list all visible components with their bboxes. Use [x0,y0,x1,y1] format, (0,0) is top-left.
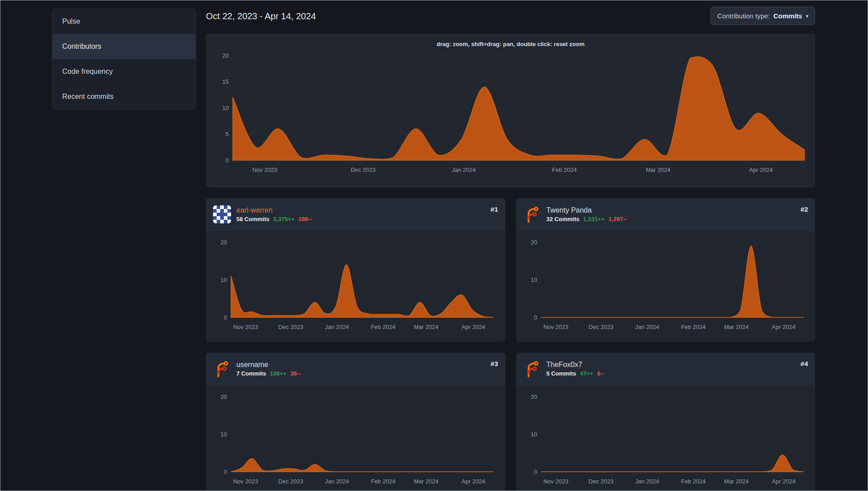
contributor-cards-grid: earl-warren 58 Commits 3,375++ 286-- #1 … [206,198,815,491]
contributor-card-1: earl-warren 58 Commits 3,375++ 286-- #1 … [206,198,505,342]
additions-count: 47++ [580,370,594,377]
contributor-avatar[interactable] [523,360,541,378]
svg-text:Mar 2024: Mar 2024 [724,478,748,485]
contributor-card-header: username 7 Commits 108++ 36-- #3 [206,353,505,385]
contributor-stats: 58 Commits 3,375++ 286-- [236,216,312,222]
rank-badge: #4 [800,360,808,367]
contribution-type-value: Commits [774,12,802,20]
svg-text:10: 10 [221,277,227,283]
contributor-chart-area: 01020Nov 2023Dec 2023Jan 2024Feb 2024Mar… [206,231,505,342]
deletions-count: 36-- [291,370,301,377]
svg-text:Jan 2024: Jan 2024 [325,324,349,330]
svg-text:Feb 2024: Feb 2024 [681,324,706,330]
svg-text:20: 20 [221,239,227,246]
contributor-avatar[interactable] [213,205,231,223]
contributor-stats: 5 Commits 47++ 6-- [547,370,604,377]
svg-text:0: 0 [224,469,227,475]
contributor-identity: username 7 Commits 108++ 36-- [236,361,301,377]
app-window: Pulse Contributors Code frequency Recent… [0,0,868,491]
contributor-stats: 32 Commits 1,531++ 1,297-- [547,216,627,222]
contributor-chart-area: 01020Nov 2023Dec 2023Jan 2024Feb 2024Mar… [516,385,816,491]
svg-text:20: 20 [530,393,537,400]
contributor-chart-area: 01020Nov 2023Dec 2023Jan 2024Feb 2024Mar… [206,385,505,491]
svg-text:Apr 2024: Apr 2024 [772,478,795,485]
svg-text:0: 0 [534,469,537,475]
commit-count: 58 Commits [236,216,269,222]
contributor-card-4: TheFox0x7 5 Commits 47++ 6-- #4 01020Nov… [516,353,816,491]
svg-text:Jan 2024: Jan 2024 [452,167,476,173]
svg-text:Apr 2024: Apr 2024 [462,478,485,485]
additions-count: 3,375++ [273,216,295,222]
svg-text:Nov 2023: Nov 2023 [543,324,568,330]
commit-count: 32 Commits [547,216,580,222]
svg-text:20: 20 [530,239,537,246]
commit-count: 7 Commits [236,370,266,377]
contributor-chart-2[interactable]: 01020Nov 2023Dec 2023Jan 2024Feb 2024Mar… [523,237,808,335]
contributor-avatar[interactable] [213,360,231,378]
svg-text:Feb 2024: Feb 2024 [681,478,706,485]
contributor-identity: Twenty Panda 32 Commits 1,531++ 1,297-- [547,206,627,222]
contribution-type-dropdown[interactable]: Contribution type: Commits ▾ [710,7,815,25]
svg-text:Mar 2024: Mar 2024 [646,167,671,173]
contributor-card-3: username 7 Commits 108++ 36-- #3 01020No… [206,353,505,491]
sidebar-item-recent-commits[interactable]: Recent commits [52,84,196,109]
svg-text:Feb 2024: Feb 2024 [552,167,577,173]
svg-text:10: 10 [221,431,227,438]
commit-count: 5 Commits [547,370,576,377]
contributor-name-link[interactable]: username [236,361,301,369]
rank-badge: #2 [800,205,808,213]
activity-menu: Pulse Contributors Code frequency Recent… [52,9,196,110]
contributor-card-header: Twenty Panda 32 Commits 1,531++ 1,297-- … [516,198,816,231]
sidebar-item-pulse[interactable]: Pulse [52,9,196,34]
svg-text:Jan 2024: Jan 2024 [325,478,349,485]
sidebar-item-code-frequency[interactable]: Code frequency [52,59,196,84]
svg-text:Nov 2023: Nov 2023 [233,324,258,330]
svg-text:Dec 2023: Dec 2023 [351,167,376,173]
contributor-card-header: earl-warren 58 Commits 3,375++ 286-- #1 [206,198,505,231]
contributor-card-header: TheFox0x7 5 Commits 47++ 6-- #4 [516,353,816,385]
svg-text:Nov 2023: Nov 2023 [252,167,278,173]
additions-count: 1,531++ [583,216,605,222]
contributor-identity: earl-warren 58 Commits 3,375++ 286-- [236,206,312,222]
svg-text:Dec 2023: Dec 2023 [588,478,613,485]
contributor-chart-3[interactable]: 01020Nov 2023Dec 2023Jan 2024Feb 2024Mar… [213,391,498,490]
svg-text:0: 0 [224,314,227,321]
deletions-count: 286-- [299,216,312,222]
contributor-name-link[interactable]: TheFox0x7 [547,361,604,369]
svg-text:15: 15 [222,78,229,85]
main-chart-card: drag: zoom, shift+drag: pan, double clic… [206,34,815,188]
svg-text:20: 20 [222,52,229,59]
svg-text:Mar 2024: Mar 2024 [414,324,439,330]
svg-text:Mar 2024: Mar 2024 [724,324,748,330]
svg-text:Feb 2024: Feb 2024 [371,324,395,330]
contributor-name-link[interactable]: earl-warren [236,206,312,214]
contributor-identity: TheFox0x7 5 Commits 47++ 6-- [547,361,604,377]
main-activity-chart[interactable]: 05101520Nov 2023Dec 2023Jan 2024Feb 2024… [213,51,808,179]
activity-sidebar: Pulse Contributors Code frequency Recent… [0,0,196,491]
svg-text:0: 0 [226,157,229,164]
svg-text:Dec 2023: Dec 2023 [588,324,613,330]
contributor-chart-4[interactable]: 01020Nov 2023Dec 2023Jan 2024Feb 2024Mar… [523,391,808,490]
svg-text:0: 0 [534,314,537,321]
svg-text:Mar 2024: Mar 2024 [414,478,439,485]
svg-text:Feb 2024: Feb 2024 [371,478,395,485]
contributor-avatar[interactable] [523,205,541,223]
svg-text:Dec 2023: Dec 2023 [278,324,304,330]
contributor-stats: 7 Commits 108++ 36-- [236,370,301,377]
deletions-count: 6-- [597,370,604,377]
contributor-chart-1[interactable]: 01020Nov 2023Dec 2023Jan 2024Feb 2024Mar… [213,237,498,335]
svg-text:10: 10 [530,431,537,438]
chevron-down-icon: ▾ [806,13,808,19]
svg-text:20: 20 [221,393,227,400]
contributor-chart-area: 01020Nov 2023Dec 2023Jan 2024Feb 2024Mar… [516,231,816,342]
zoom-hint-text: drag: zoom, shift+drag: pan, double clic… [213,41,808,47]
svg-text:Apr 2024: Apr 2024 [462,324,485,330]
sidebar-item-contributors[interactable]: Contributors [52,34,196,59]
svg-text:Nov 2023: Nov 2023 [543,478,568,485]
svg-text:Apr 2024: Apr 2024 [772,324,795,330]
contributor-card-2: Twenty Panda 32 Commits 1,531++ 1,297-- … [516,198,816,342]
contributor-name-link[interactable]: Twenty Panda [547,206,627,214]
svg-text:Dec 2023: Dec 2023 [278,478,304,485]
rank-badge: #3 [491,360,498,367]
svg-text:Jan 2024: Jan 2024 [635,324,659,330]
